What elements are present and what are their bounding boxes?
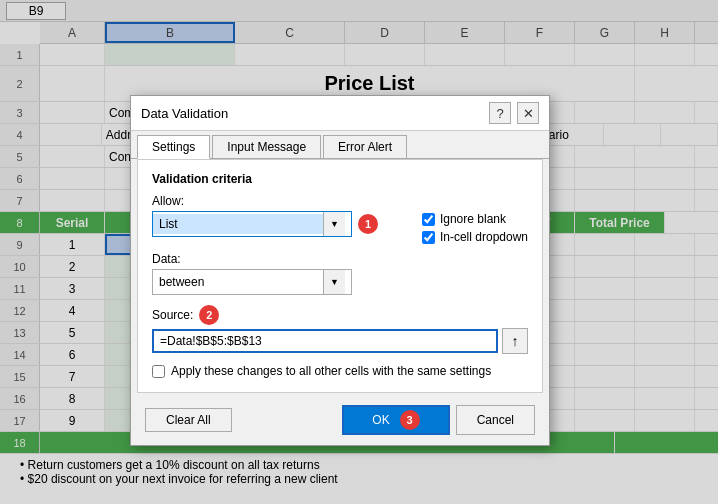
data-validation-dialog: Data Validation ? ✕ Settings Input Messa…: [130, 95, 550, 446]
tab-error-alert[interactable]: Error Alert: [323, 135, 407, 158]
close-button[interactable]: ✕: [517, 102, 539, 124]
ignore-blank-label: Ignore blank: [440, 212, 506, 226]
badge-3: 3: [400, 410, 420, 430]
checkboxes: Ignore blank In-cell dropdown: [422, 194, 528, 244]
ignore-blank-row: Ignore blank: [422, 212, 528, 226]
badge-1: 1: [358, 214, 378, 234]
ok-cancel-group: OK 3 Cancel: [342, 405, 535, 435]
dialog-titlebar-buttons: ? ✕: [489, 102, 539, 124]
help-button[interactable]: ?: [489, 102, 511, 124]
data-field-group: Data: between ▼: [152, 252, 528, 295]
source-field-group: Source: 2 =Data!$B$5:$B$13 ↑: [152, 305, 528, 354]
ignore-blank-checkbox[interactable]: [422, 213, 435, 226]
clear-all-button[interactable]: Clear All: [145, 408, 232, 432]
data-input[interactable]: between: [153, 272, 323, 292]
apply-all-checkbox[interactable]: [152, 365, 165, 378]
section-title: Validation criteria: [152, 172, 528, 186]
data-dropdown-arrow[interactable]: ▼: [323, 270, 345, 294]
ok-label: OK: [372, 413, 389, 427]
data-label: Data:: [152, 252, 528, 266]
dialog-tabs: Settings Input Message Error Alert: [131, 131, 549, 159]
allow-label: Allow:: [152, 194, 382, 208]
tab-input-message[interactable]: Input Message: [212, 135, 321, 158]
incell-dropdown-checkbox[interactable]: [422, 231, 435, 244]
dialog-footer: Clear All OK 3 Cancel: [131, 399, 549, 445]
dialog-title: Data Validation: [141, 106, 228, 121]
allow-dropdown-arrow[interactable]: ▼: [323, 212, 345, 236]
data-dropdown[interactable]: between ▼: [152, 269, 352, 295]
ok-button[interactable]: OK 3: [342, 405, 449, 435]
badge-2: 2: [199, 305, 219, 325]
source-label: Source:: [152, 308, 193, 322]
tab-settings[interactable]: Settings: [137, 135, 210, 159]
dialog-titlebar: Data Validation ? ✕: [131, 96, 549, 131]
allow-dropdown[interactable]: List ▼: [152, 211, 352, 237]
cancel-button[interactable]: Cancel: [456, 405, 535, 435]
source-input[interactable]: =Data!$B$5:$B$13: [152, 329, 498, 353]
source-label-row: Source: 2: [152, 305, 528, 325]
dialog-body: Validation criteria Allow: List ▼ 1: [137, 159, 543, 393]
spreadsheet: B9 A B C D E F G H 1 2 Price List: [0, 0, 718, 504]
incell-dropdown-row: In-cell dropdown: [422, 230, 528, 244]
incell-dropdown-label: In-cell dropdown: [440, 230, 528, 244]
apply-row: Apply these changes to all other cells w…: [152, 364, 528, 378]
source-collapse-button[interactable]: ↑: [502, 328, 528, 354]
allow-input[interactable]: List: [153, 214, 323, 234]
source-input-row: =Data!$B$5:$B$13 ↑: [152, 328, 528, 354]
apply-all-label: Apply these changes to all other cells w…: [171, 364, 491, 378]
